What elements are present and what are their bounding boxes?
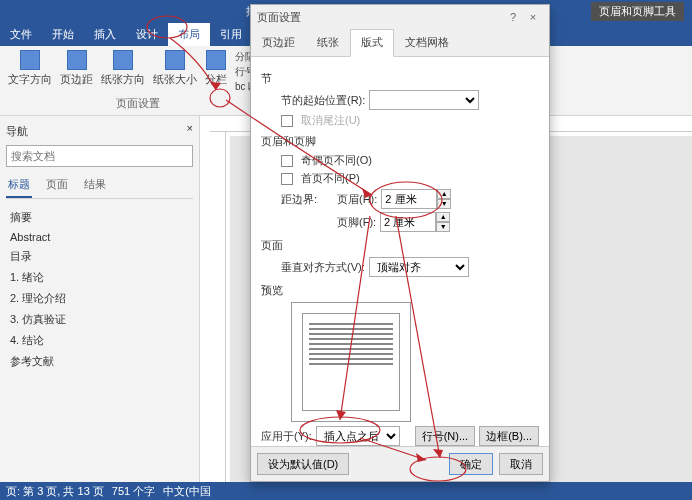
tab-references[interactable]: 引用 [210, 23, 252, 46]
dialog-title: 页面设置 [257, 10, 503, 25]
set-default-button[interactable]: 设为默认值(D) [257, 453, 349, 475]
odd-even-checkbox[interactable] [281, 155, 293, 167]
tab-design[interactable]: 设计 [126, 23, 168, 46]
odd-even-label: 奇偶页不同(O) [301, 153, 372, 168]
status-language[interactable]: 中文(中国 [163, 484, 211, 499]
section-start-label: 节的起始位置(R): [281, 93, 365, 108]
valign-select[interactable]: 顶端对齐 [369, 257, 469, 277]
preview-box [291, 302, 411, 422]
status-bar: 页: 第 3 页, 共 13 页 751 个字 中文(中国 [0, 482, 692, 500]
nav-item[interactable]: 3. 仿真验证 [6, 309, 193, 330]
text-direction-button[interactable]: 文字方向 [8, 50, 52, 87]
footer-distance-input[interactable] [380, 212, 436, 232]
tab-paper[interactable]: 纸张 [306, 29, 350, 56]
ok-button[interactable]: 确定 [449, 453, 493, 475]
footer-dist-label: 页脚(F): [337, 215, 376, 230]
header-footer-header: 页眉和页脚 [261, 134, 539, 149]
status-words[interactable]: 751 个字 [112, 484, 155, 499]
line-numbers-button[interactable]: 行号(N)... [415, 426, 475, 446]
tab-grid[interactable]: 文档网格 [394, 29, 460, 56]
tab-file[interactable]: 文件 [0, 23, 42, 46]
suppress-endnotes-label: 取消尾注(U) [301, 113, 360, 128]
first-diff-label: 首页不同(P) [301, 171, 360, 186]
tab-layout[interactable]: 布局 [168, 23, 210, 46]
columns-button[interactable]: 分栏 [205, 50, 227, 87]
close-icon[interactable]: × [523, 11, 543, 23]
first-diff-checkbox[interactable] [281, 173, 293, 185]
nav-close-icon[interactable]: × [187, 122, 193, 134]
spin-down-icon[interactable]: ▼ [437, 199, 451, 209]
tab-insert[interactable]: 插入 [84, 23, 126, 46]
nav-item[interactable]: 摘要 [6, 207, 193, 228]
nav-tab-pages[interactable]: 页面 [44, 173, 70, 198]
search-input[interactable] [6, 145, 193, 167]
nav-item[interactable]: 2. 理论介绍 [6, 288, 193, 309]
apply-to-select[interactable]: 插入点之后 [316, 426, 400, 446]
vertical-ruler[interactable] [210, 132, 226, 482]
spin-down-icon[interactable]: ▼ [436, 222, 450, 232]
tab-layout-dlg[interactable]: 版式 [350, 29, 394, 57]
preview-header: 预览 [261, 283, 539, 298]
nav-item[interactable]: 目录 [6, 246, 193, 267]
page-header: 页面 [261, 238, 539, 253]
apply-to-label: 应用于(Y): [261, 429, 312, 444]
nav-list: 摘要 Abstract 目录 1. 绪论 2. 理论介绍 3. 仿真验证 4. … [6, 203, 193, 376]
header-distance-input[interactable] [381, 189, 437, 209]
distance-label: 距边界: [281, 192, 333, 207]
nav-item[interactable]: 4. 结论 [6, 330, 193, 351]
spin-up-icon[interactable]: ▲ [437, 189, 451, 199]
nav-tab-results[interactable]: 结果 [82, 173, 108, 198]
nav-item[interactable]: 参考文献 [6, 351, 193, 372]
context-tab[interactable]: 页眉和页脚工具 [591, 2, 684, 21]
size-button[interactable]: 纸张大小 [153, 50, 197, 87]
suppress-endnotes-checkbox[interactable] [281, 115, 293, 127]
group-page-setup: 页面设置⌐ [8, 96, 268, 111]
nav-title: 导航 [6, 125, 28, 137]
tab-margins[interactable]: 页边距 [251, 29, 306, 56]
dialog-tabs: 页边距 纸张 版式 文档网格 [251, 29, 549, 57]
cancel-button[interactable]: 取消 [499, 453, 543, 475]
status-page[interactable]: 页: 第 3 页, 共 13 页 [6, 484, 104, 499]
valign-label: 垂直对齐方式(V): [281, 260, 365, 275]
help-icon[interactable]: ? [503, 11, 523, 23]
navigation-pane: 导航× 标题 页面 结果 摘要 Abstract 目录 1. 绪论 2. 理论介… [0, 116, 200, 482]
orientation-button[interactable]: 纸张方向 [101, 50, 145, 87]
nav-item[interactable]: Abstract [6, 228, 193, 246]
spin-up-icon[interactable]: ▲ [436, 212, 450, 222]
nav-item[interactable]: 1. 绪论 [6, 267, 193, 288]
header-dist-label: 页眉(H): [337, 192, 377, 207]
section-start-select[interactable] [369, 90, 479, 110]
margins-button[interactable]: 页边距 [60, 50, 93, 87]
page-setup-dialog: 页面设置 ? × 页边距 纸张 版式 文档网格 节 节的起始位置(R): 取消尾… [250, 4, 550, 482]
nav-tab-headings[interactable]: 标题 [6, 173, 32, 198]
tab-home[interactable]: 开始 [42, 23, 84, 46]
borders-button[interactable]: 边框(B)... [479, 426, 539, 446]
section-header: 节 [261, 71, 539, 86]
